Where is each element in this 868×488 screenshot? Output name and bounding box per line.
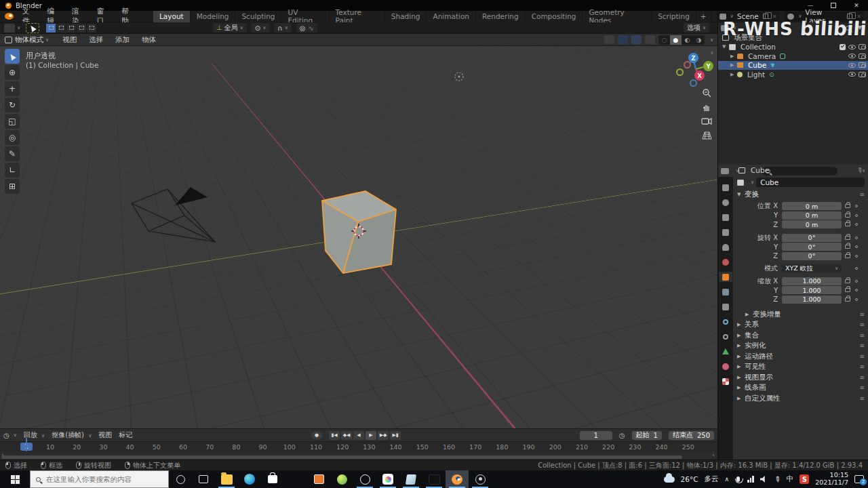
workspace-tab[interactable]: UV Editing	[281, 11, 329, 22]
outliner-row-light[interactable]: ▶ Light ⊙	[718, 70, 868, 79]
expand-arrow-icon[interactable]: ▶	[730, 72, 737, 77]
overlays-dropdown[interactable]	[631, 35, 642, 44]
camera-view-icon[interactable]	[701, 115, 713, 127]
search-input[interactable]	[45, 474, 153, 484]
properties-tab[interactable]	[719, 242, 732, 252]
tool-rotate[interactable]: ↻	[5, 98, 20, 113]
tool-cursor[interactable]: ⊕	[5, 65, 20, 80]
properties-tab[interactable]	[719, 197, 732, 207]
filter-icon[interactable]	[857, 26, 863, 30]
remove-view-layer-icon[interactable]: ✕	[856, 14, 861, 20]
taskbar-app[interactable]	[238, 470, 261, 488]
lock-icon[interactable]	[845, 298, 850, 302]
lock-icon[interactable]	[845, 288, 850, 292]
outliner-row-camera[interactable]: ▶ Camera	[718, 52, 868, 61]
menubar-item[interactable]: 帮助	[116, 11, 141, 22]
active-tool-select-box[interactable]	[26, 23, 39, 33]
unlink-scene-icon[interactable]: ✕	[772, 14, 777, 20]
tool-transform[interactable]: ◎	[5, 130, 20, 145]
properties-tab[interactable]	[719, 227, 732, 237]
shading-solid[interactable]: ●	[670, 35, 682, 45]
prev-keyframe-button[interactable]: ◆◀	[341, 431, 352, 440]
animate-dot-icon[interactable]	[855, 280, 858, 283]
taskbar-app[interactable]	[307, 470, 330, 488]
clock[interactable]: 10:15 2021/11/7	[815, 472, 848, 487]
properties-tab[interactable]	[719, 287, 732, 297]
animate-dot-icon[interactable]	[855, 214, 858, 217]
editor-type-icon[interactable]	[721, 168, 729, 174]
taskbar-app[interactable]	[376, 470, 399, 488]
collapsed-section[interactable]: ▶ 集合 ≡	[733, 330, 868, 341]
menubar-item[interactable]: 渲染	[66, 11, 92, 22]
timeline-scrollbar[interactable]	[1, 455, 682, 459]
keying-menu[interactable]: 抠像(插帧) ∨	[52, 430, 92, 440]
collapsed-section[interactable]: ▶ 运动路径 ≡	[733, 351, 868, 362]
outliner-row-cube[interactable]: ▶ Cube ▼	[718, 61, 868, 70]
options-dropdown[interactable]: 选项∨	[684, 23, 709, 33]
taskbar-app[interactable]	[261, 470, 284, 488]
select-mode-invert[interactable]	[77, 24, 87, 33]
taskbar-app[interactable]	[215, 470, 238, 488]
workspace-tab[interactable]: Shading	[385, 11, 427, 22]
viewport-menu-item[interactable]: 物体	[136, 34, 161, 45]
mode-dropdown[interactable]: 物体模式	[15, 35, 43, 45]
properties-tab[interactable]	[719, 212, 732, 222]
render-visibility-icon[interactable]	[859, 44, 866, 49]
properties-tab[interactable]	[719, 331, 732, 342]
properties-tab[interactable]	[719, 257, 732, 267]
animate-dot-icon[interactable]	[855, 255, 858, 258]
volume-icon[interactable]	[760, 476, 768, 483]
collapsed-section[interactable]: ▶ 变换增量 ≡	[733, 309, 868, 320]
shading-wireframe[interactable]: ◌	[658, 35, 670, 45]
tool-scale[interactable]: ◱	[5, 114, 20, 129]
jump-to-end-button[interactable]: ▶▮	[390, 431, 401, 440]
properties-tab[interactable]	[719, 302, 732, 312]
outliner-row-collection[interactable]: ▼ Collection	[718, 43, 868, 52]
panel-menu-icon[interactable]: ≡	[859, 191, 865, 198]
blender-logo-icon[interactable]	[5, 13, 14, 20]
viewport-menu-item[interactable]: 添加	[110, 34, 135, 45]
tool-select-box[interactable]	[5, 49, 20, 64]
chevron-down-icon[interactable]: ∨	[751, 180, 754, 185]
scale-z-field[interactable]: 1.000	[782, 296, 842, 304]
next-keyframe-button[interactable]: ▶◆	[378, 431, 389, 440]
viewport-menu-item[interactable]: 选择	[83, 34, 108, 45]
hide-eye-icon[interactable]	[848, 72, 856, 77]
task-view-button[interactable]	[192, 470, 215, 488]
workspace-tab[interactable]: Modeling	[191, 11, 236, 22]
viewport-menu-item[interactable]: 视图	[57, 34, 82, 45]
collapsed-section[interactable]: ▶ 视图显示 ≡	[733, 372, 868, 383]
scale-y-field[interactable]: 1.000	[782, 286, 842, 294]
location-x-field[interactable]: 0 m	[782, 202, 842, 210]
workspace-tab[interactable]: Texture Paint	[330, 11, 385, 22]
properties-tab[interactable]	[719, 361, 732, 371]
lock-icon[interactable]	[845, 245, 850, 249]
gizmo-x-axis[interactable]: X	[694, 70, 705, 81]
animate-dot-icon[interactable]	[855, 237, 858, 239]
collapsed-section[interactable]: ▶ 实例化 ≡	[733, 341, 868, 352]
collapsed-section[interactable]: ▶ 自定义属性 ≡	[733, 393, 868, 404]
taskbar-app[interactable]	[446, 470, 469, 488]
taskbar-app[interactable]	[422, 470, 446, 488]
timeline-ruler[interactable]: 1020304050607080901001101201301401501601…	[0, 441, 717, 451]
tray-expand-chevron[interactable]: ∧	[724, 476, 729, 483]
rotation-z-field[interactable]: 0°	[782, 252, 842, 260]
taskbar-search[interactable]	[30, 470, 169, 488]
tool-annotate[interactable]: ✎	[5, 146, 20, 161]
location-y-field[interactable]: 0 m	[782, 211, 842, 220]
properties-tab[interactable]	[719, 346, 732, 357]
select-mode-intersect[interactable]	[87, 24, 97, 33]
lock-icon[interactable]	[845, 222, 850, 226]
rotation-mode-dropdown[interactable]: XYZ 欧拉∨	[782, 264, 842, 272]
lock-icon[interactable]	[845, 279, 850, 283]
workspace-tab[interactable]: Rendering	[476, 11, 526, 22]
workspace-tab[interactable]: Sculpting	[235, 11, 281, 22]
workspace-tab[interactable]: Layout	[153, 11, 191, 22]
gizmo-neg-z-axis[interactable]	[690, 79, 697, 87]
notification-icon[interactable]: 2	[854, 475, 864, 483]
frame-start-field[interactable]: 起始1	[632, 431, 662, 440]
render-visibility-icon[interactable]	[859, 54, 866, 59]
jump-to-start-button[interactable]: ▮◀	[329, 431, 340, 440]
menubar-item[interactable]: 编辑	[41, 11, 66, 22]
taskbar-app[interactable]	[399, 470, 422, 488]
